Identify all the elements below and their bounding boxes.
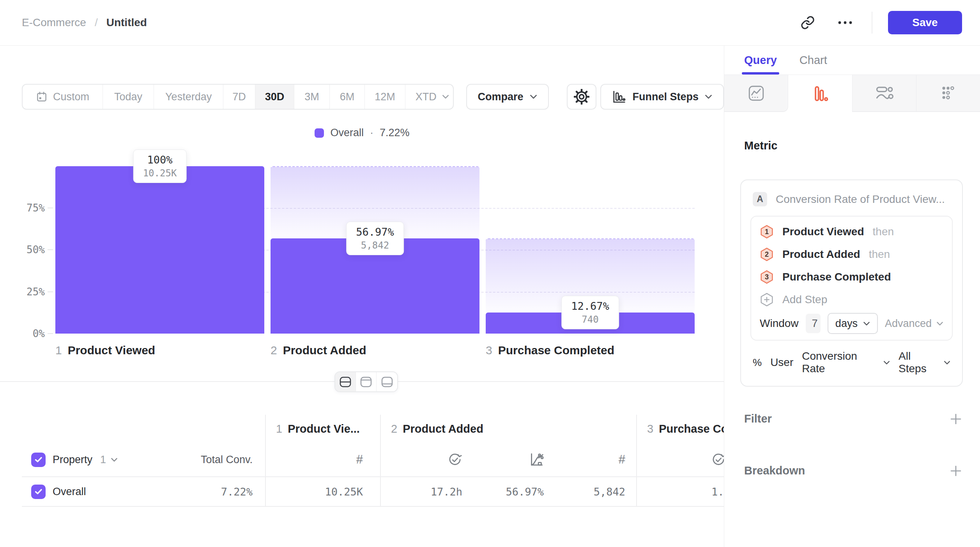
range-custom[interactable]: Custom (23, 85, 103, 109)
x-label-step-2: 2 Product Added (271, 344, 366, 357)
topbar-actions: Save (797, 11, 962, 34)
measured-scope-select[interactable]: All Steps (899, 350, 950, 375)
layout-top-icon (359, 376, 373, 388)
range-6m[interactable]: 6M (330, 85, 365, 109)
calendar-icon (36, 91, 48, 103)
layout-chart-only-button[interactable] (356, 372, 377, 391)
chevron-down-icon (863, 321, 870, 326)
metric-header[interactable]: A Conversion Rate of Product View... (750, 190, 953, 206)
column-step-number: 1 (276, 423, 282, 435)
funnel-count: 10.25K (143, 168, 177, 179)
breadcrumb-title[interactable]: Untitled (106, 16, 147, 29)
funnel-value-card: 56.97% 5,842 (346, 222, 404, 255)
range-xtd[interactable]: XTD (405, 85, 454, 109)
chart-type-funnel[interactable] (788, 75, 852, 112)
step-event-name: Purchase Completed (782, 271, 891, 283)
y-axis-tick (48, 333, 53, 334)
funnel-steps-card: 1 Product Viewed then 2 Product Added th… (750, 216, 953, 341)
tab-chart[interactable]: Chart (800, 54, 827, 75)
row-checkbox[interactable] (31, 485, 46, 499)
funnel-bar-solid[interactable] (55, 166, 264, 334)
range-yesterday[interactable]: Yesterday (154, 85, 223, 109)
property-label: Property (53, 454, 92, 466)
column-step-name: Purchase Completed (659, 423, 724, 435)
compare-button[interactable]: Compare (466, 84, 549, 110)
table-row[interactable]: Overall 7.22% 10.25K 17.2h 56.97% 5,842 … (22, 476, 724, 507)
chart-toolbar: Custom Today Yesterday 7D 30D 3M 6M 12M … (22, 84, 724, 110)
step-3-column-title: 3 Purchase Completed (637, 415, 724, 443)
svg-text:3: 3 (765, 273, 769, 281)
select-all-checkbox[interactable] (31, 453, 46, 467)
more-menu-button[interactable] (834, 12, 856, 34)
main-layout: Custom Today Yesterday 7D 30D 3M 6M 12M … (0, 46, 980, 547)
breadcrumb-project[interactable]: E-Commerce (22, 16, 86, 29)
cell-value: 10.25K (325, 486, 363, 498)
tab-query[interactable]: Query (744, 54, 777, 75)
add-filter-button[interactable] (950, 413, 962, 425)
breakdown-section-title: Breakdown (744, 464, 805, 477)
measured-metric-select[interactable]: Conversion Rate (802, 350, 890, 375)
step-number: 3 (486, 344, 492, 357)
flow-chart-icon (874, 83, 894, 103)
funnel-step-row-1[interactable]: 1 Product Viewed then (760, 220, 943, 243)
funnel-step-row-3[interactable]: 3 Purchase Completed (760, 266, 943, 288)
step-badge-2: 2 (760, 247, 774, 261)
row-step3-time-cell: 1.9D (636, 477, 724, 506)
funnel-count: 5,842 (356, 240, 394, 251)
range-12m[interactable]: 12M (365, 85, 405, 109)
funnel-step-column-2: 56.97% 5,842 (271, 166, 479, 334)
chart-type-flow[interactable] (853, 75, 916, 112)
legend-value: 7.22% (380, 127, 410, 139)
chevron-down-icon (442, 94, 449, 99)
chevron-down-icon (530, 94, 537, 99)
window-value-input[interactable]: 7 (806, 314, 821, 333)
step-1-column-group: 1 Product Vie... # (265, 415, 380, 476)
layout-table-only-button[interactable] (377, 372, 397, 391)
step-name: Purchase Completed (498, 344, 614, 357)
chart-type-line[interactable] (724, 75, 788, 112)
funnel-chart-icon (810, 84, 830, 103)
step-number: 1 (55, 344, 62, 357)
window-unit-select[interactable]: days (828, 313, 878, 334)
total-conv-header: Total Conv. (201, 454, 253, 466)
funnel-step-row-2[interactable]: 2 Product Added then (760, 243, 943, 266)
measured-entity: User (770, 356, 793, 369)
property-selector[interactable]: Property 1 (53, 454, 118, 466)
save-button[interactable]: Save (888, 11, 962, 34)
advanced-toggle[interactable]: Advanced (885, 318, 943, 330)
funnel-chart: 75% 50% 25% 0% 100% 10.25 (55, 166, 695, 334)
chevron-down-icon (111, 458, 118, 462)
step-badge-1: 1 (760, 225, 774, 239)
layout-split-icon (339, 376, 352, 388)
topbar-divider (872, 12, 872, 34)
chart-settings-button[interactable] (567, 84, 597, 110)
step-3-column-group: 3 Purchase Completed (636, 415, 724, 476)
link-icon (800, 15, 815, 30)
range-3m[interactable]: 3M (294, 85, 330, 109)
add-step-row[interactable]: Add Step (760, 288, 943, 311)
row-label: Overall (53, 486, 86, 498)
svg-text:1: 1 (765, 228, 769, 236)
pane-layout-toggle-group (334, 371, 398, 392)
add-step-label: Add Step (782, 293, 827, 306)
range-7d[interactable]: 7D (223, 85, 255, 109)
share-link-button[interactable] (797, 12, 819, 34)
chevron-down-icon (936, 321, 943, 326)
funnel-percent: 56.97% (356, 226, 394, 238)
range-custom-label: Custom (53, 91, 89, 103)
add-breakdown-button[interactable] (950, 465, 962, 477)
legend-swatch (315, 128, 324, 138)
x-label-step-3: 3 Purchase Completed (486, 344, 614, 357)
y-axis-tick-label: 75% (27, 202, 45, 214)
layout-split-button[interactable] (335, 372, 356, 391)
view-type-button[interactable]: Funnel Steps (600, 84, 724, 110)
chart-type-grid[interactable] (916, 75, 980, 112)
legend-item-overall[interactable]: Overall · 7.22% (315, 127, 409, 139)
layout-bottom-icon (380, 376, 394, 388)
plus-icon (950, 413, 962, 425)
range-today[interactable]: Today (103, 85, 154, 109)
column-step-number: 3 (647, 423, 653, 435)
funnel-percent: 100% (143, 154, 177, 166)
y-axis-tick-label: 50% (27, 244, 45, 256)
range-30d[interactable]: 30D (255, 85, 295, 109)
